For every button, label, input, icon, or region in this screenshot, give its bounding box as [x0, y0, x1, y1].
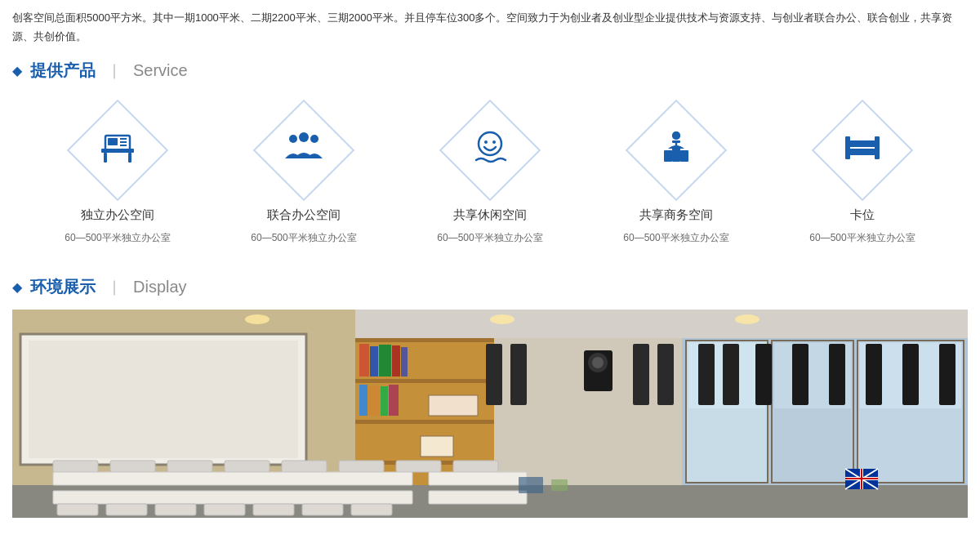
svg-rect-21	[845, 140, 880, 147]
diamond-bullet-display: ◆	[12, 279, 22, 295]
svg-rect-19	[672, 140, 680, 143]
svg-rect-17	[680, 150, 688, 162]
svg-rect-87	[155, 504, 196, 515]
display-image	[12, 310, 968, 518]
service-name-4: 共享商务空间	[639, 207, 713, 223]
svg-rect-100	[845, 478, 878, 479]
display-section-header: ◆ 环境展示 ｜ Display	[0, 270, 980, 310]
svg-rect-86	[106, 504, 147, 515]
service-name-5: 卡位	[850, 207, 875, 223]
svg-rect-93	[551, 479, 568, 491]
svg-rect-45	[429, 395, 478, 416]
svg-point-69	[245, 314, 270, 324]
svg-point-11	[479, 132, 501, 155]
svg-rect-1	[104, 153, 107, 163]
service-item-5: 卡位 60—500平米独立办公室	[789, 101, 936, 245]
svg-rect-15	[664, 150, 672, 162]
service-desc-3: 60—500平米独立办公室	[437, 231, 542, 245]
service-icon-container-1	[69, 101, 167, 199]
services-divider: ｜	[107, 60, 122, 80]
display-title-cn: 环境展示	[30, 276, 96, 298]
svg-rect-91	[351, 504, 392, 515]
services-section-header: ◆ 提供产品 ｜ Service	[0, 53, 980, 93]
svg-rect-59	[723, 344, 739, 405]
display-title-en: Display	[133, 278, 187, 296]
service-icon-container-5	[813, 101, 911, 199]
svg-rect-24	[875, 136, 880, 159]
services-title-cn: 提供产品	[30, 60, 96, 82]
svg-rect-88	[204, 504, 245, 515]
svg-rect-40	[359, 385, 368, 416]
svg-rect-39	[401, 347, 408, 376]
service-icon-2	[283, 126, 324, 175]
svg-rect-83	[53, 491, 412, 504]
display-section	[0, 310, 980, 518]
svg-rect-43	[389, 385, 399, 416]
svg-rect-81	[53, 472, 412, 485]
svg-rect-61	[792, 344, 808, 405]
svg-rect-35	[359, 344, 369, 376]
display-divider: ｜	[107, 277, 122, 296]
service-desc-1: 60—500平米独立办公室	[65, 231, 170, 245]
svg-point-8	[289, 135, 297, 143]
service-icon-container-3	[441, 101, 539, 199]
service-item-1: 独立办公空间 60—500平米独立办公室	[44, 101, 191, 245]
service-item-4: 共享商务空间 60—500平米独立办公室	[603, 101, 750, 245]
service-icon-container-2	[255, 101, 353, 199]
svg-rect-31	[355, 338, 494, 342]
service-item-2: 联合办公空间 60—500平米独立办公室	[230, 101, 377, 245]
service-name-1: 独立办公空间	[81, 207, 154, 223]
svg-rect-41	[368, 385, 380, 416]
service-icon-1	[97, 126, 138, 175]
room-scene-svg	[12, 310, 968, 518]
svg-point-10	[310, 135, 318, 143]
svg-rect-2	[128, 153, 131, 163]
svg-rect-65	[939, 344, 956, 405]
service-desc-5: 60—500平米独立办公室	[809, 231, 915, 245]
svg-point-18	[672, 131, 680, 140]
svg-point-68	[592, 357, 604, 368]
svg-point-71	[735, 314, 760, 324]
svg-point-12	[484, 140, 488, 144]
svg-rect-90	[302, 504, 343, 515]
svg-rect-75	[167, 461, 212, 472]
svg-rect-73	[53, 461, 98, 472]
svg-rect-4	[108, 138, 118, 145]
svg-rect-57	[657, 344, 674, 405]
svg-rect-36	[370, 346, 378, 376]
svg-rect-63	[866, 344, 882, 405]
svg-rect-55	[510, 344, 527, 405]
svg-rect-84	[429, 491, 527, 504]
svg-rect-22	[845, 149, 880, 155]
svg-point-70	[490, 314, 514, 324]
svg-rect-74	[110, 461, 155, 472]
svg-rect-32	[355, 379, 494, 383]
service-desc-4: 60—500平米独立办公室	[623, 231, 728, 245]
svg-rect-79	[396, 461, 441, 472]
svg-rect-33	[355, 420, 494, 424]
svg-rect-37	[379, 345, 391, 376]
svg-rect-29	[29, 341, 298, 458]
service-icon-container-4	[627, 101, 725, 199]
svg-rect-44	[421, 436, 453, 457]
service-name-3: 共享休闲空间	[453, 207, 527, 223]
svg-rect-85	[57, 504, 98, 515]
svg-rect-80	[453, 461, 498, 472]
svg-rect-64	[902, 344, 919, 405]
svg-rect-82	[429, 472, 527, 485]
svg-rect-89	[253, 504, 294, 515]
svg-rect-78	[339, 461, 384, 472]
svg-rect-76	[225, 461, 270, 472]
service-icon-4	[656, 126, 697, 175]
intro-paragraph: 创客空间总面积5000平方米。其中一期1000平米、二期2200平米、三期200…	[0, 0, 980, 53]
svg-point-13	[492, 140, 496, 144]
svg-rect-42	[381, 386, 388, 416]
service-item-3: 共享休闲空间 60—500平米独立办公室	[416, 101, 564, 245]
svg-point-9	[299, 132, 309, 142]
service-icon-3	[470, 126, 510, 175]
svg-rect-62	[829, 344, 845, 405]
svg-rect-54	[486, 344, 502, 405]
svg-rect-60	[755, 344, 772, 405]
diamond-bullet-services: ◆	[12, 63, 22, 78]
svg-rect-23	[845, 136, 850, 159]
